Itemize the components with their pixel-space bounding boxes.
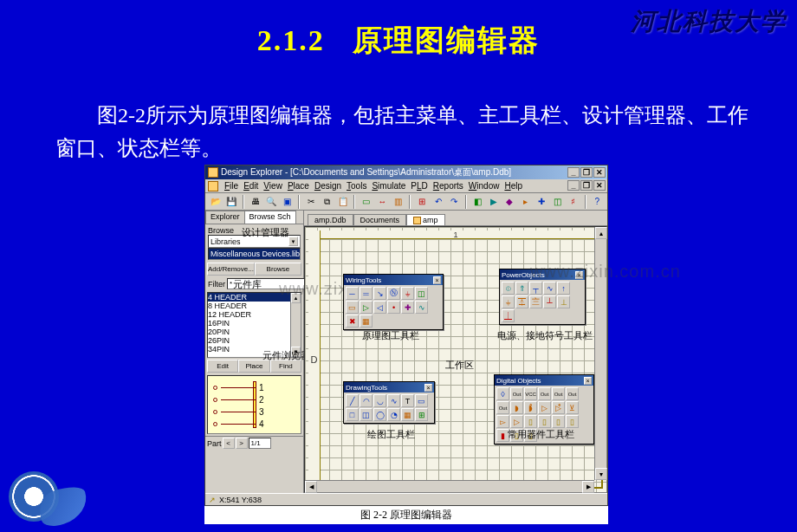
menu-simulate[interactable]: Simulate <box>372 181 405 191</box>
scroll-down-icon[interactable]: ▼ <box>595 468 607 480</box>
bus-entry-icon[interactable]: ↘ <box>373 287 386 300</box>
wiring-tools-palette[interactable]: WiringTools× ─ ═ ↘ Ⓝ ⏚ ◫ ▭ ▷ ◁ • <box>343 274 444 330</box>
menu-place[interactable]: Place <box>288 181 309 191</box>
menu-reports[interactable]: Reports <box>433 181 463 191</box>
array-icon[interactable]: ⊞ <box>415 408 428 421</box>
buffer-icon[interactable]: ▷ <box>510 415 523 428</box>
menu-help[interactable]: Help <box>504 181 522 191</box>
tool-copy-icon[interactable]: ⧉ <box>320 195 333 209</box>
list-item[interactable]: 8 HEADER <box>208 302 301 310</box>
tool-browse-icon[interactable]: ◧ <box>471 195 484 209</box>
canvas-scrollbar-h[interactable]: ◀ ▶ <box>305 480 594 492</box>
mdi-restore-button[interactable]: ❐ <box>580 180 593 191</box>
txt2[interactable]: VCC <box>524 387 537 400</box>
menu-edit[interactable]: Edit <box>243 181 258 191</box>
maximize-button[interactable]: ❐ <box>580 167 593 178</box>
stimulus-icon[interactable]: ∿ <box>415 301 428 314</box>
wire-icon[interactable]: ─ <box>346 287 359 300</box>
text-icon[interactable]: T <box>401 394 414 407</box>
tab-browse-sch[interactable]: Browse Sch <box>244 211 296 224</box>
tool-zoom-icon[interactable]: 🔍 <box>264 195 277 209</box>
vcc-circle-icon[interactable]: ⦶ <box>502 282 515 295</box>
list-item[interactable]: 12 HEADER <box>208 310 301 319</box>
scroll-left-icon[interactable]: ◀ <box>305 481 317 493</box>
tool-redo-icon[interactable]: ↷ <box>447 195 460 209</box>
add-remove-button[interactable]: Add/Remove... <box>207 263 255 276</box>
tool-print-icon[interactable]: 🖶 <box>249 195 262 209</box>
selected-library[interactable]: Miscellaneous Devices.lib <box>208 248 301 260</box>
sheet-entry-icon[interactable]: ▷ <box>360 301 373 314</box>
nand-gate-icon[interactable]: ◗̊ <box>524 401 537 414</box>
browse-button[interactable]: Browse <box>255 263 301 276</box>
bus-icon[interactable]: ═ <box>360 287 373 300</box>
pcb-layout-icon[interactable]: ▦ <box>360 315 373 328</box>
tool-library-icon[interactable]: ◫ <box>551 195 564 209</box>
tool-undo-icon[interactable]: ↶ <box>431 195 444 209</box>
tool-zoomfit-icon[interactable]: ▣ <box>281 195 294 209</box>
tool-select-icon[interactable]: ▭ <box>360 195 373 209</box>
list-item[interactable]: 16PIN <box>208 319 301 328</box>
ellipse-icon[interactable]: ◯ <box>373 408 386 421</box>
menu-window[interactable]: Window <box>469 181 500 191</box>
edit-button[interactable]: Edit <box>207 360 238 373</box>
palette-close-icon[interactable]: × <box>433 276 441 284</box>
tool-erc-icon[interactable]: ▸ <box>519 195 532 209</box>
not-gate-icon[interactable]: ▻ <box>496 415 509 428</box>
roundrect-icon[interactable]: ◫ <box>360 408 373 421</box>
palette-close-icon[interactable]: × <box>424 384 432 392</box>
tab-explorer[interactable]: Explorer <box>205 211 245 224</box>
tool-open-icon[interactable]: 📂 <box>209 195 222 209</box>
tab-amp[interactable]: amp <box>406 214 445 225</box>
minimize-button[interactable]: _ <box>567 167 580 178</box>
xor-gate-icon[interactable]: ⊻ <box>566 401 579 414</box>
drawing-tools-palette[interactable]: DrawingTools× ╱ ◠ ◡ ∿ T ▭ □ ◫ ◯ ◔ <box>343 381 435 424</box>
ic4-icon[interactable]: ▯ <box>566 415 579 428</box>
power-port-icon[interactable]: ⏚ <box>401 287 414 300</box>
rect-icon[interactable]: □ <box>346 408 359 421</box>
probe-icon[interactable]: ✚ <box>401 301 414 314</box>
ic1-icon[interactable]: ▯ <box>524 415 537 428</box>
gnd-bar-icon[interactable]: ┴ <box>543 295 556 308</box>
part-next-button[interactable]: > <box>236 438 248 449</box>
ic2-icon[interactable]: ▯ <box>538 415 551 428</box>
menubar[interactable]: File Edit View Place Design Tools Simula… <box>205 179 607 193</box>
bezier-icon[interactable]: ∿ <box>387 394 400 407</box>
tool-sim-icon[interactable]: ▶ <box>487 195 500 209</box>
or-gate-icon[interactable]: ▷ <box>538 401 551 414</box>
net-label-icon[interactable]: Ⓝ <box>387 287 400 300</box>
and-gate-icon[interactable]: ◗ <box>510 401 523 414</box>
list-scrollbar[interactable]: ▲ ▼ <box>290 293 301 357</box>
tool-save-icon[interactable]: 💾 <box>224 195 237 209</box>
arc-icon[interactable]: ◡ <box>373 394 386 407</box>
scroll-right-icon[interactable]: ▶ <box>582 481 594 493</box>
tab-documents[interactable]: Documents <box>353 214 407 225</box>
pie-icon[interactable]: ◔ <box>387 408 400 421</box>
tool-cut-icon[interactable]: ✂ <box>304 195 317 209</box>
tool-deselect-icon[interactable]: ▥ <box>392 195 405 209</box>
txt5[interactable]: Out <box>566 387 579 400</box>
menu-design[interactable]: Design <box>314 181 341 191</box>
arrow-icon[interactable]: ↑ <box>557 282 570 295</box>
junction-icon[interactable]: • <box>387 301 400 314</box>
gnd-signal-icon[interactable]: ⏄ <box>515 295 528 308</box>
tool-paste-icon[interactable]: 📋 <box>336 195 349 209</box>
close-button[interactable]: ✕ <box>593 167 606 178</box>
part-prev-button[interactable]: < <box>223 438 235 449</box>
menu-file[interactable]: File <box>224 181 238 191</box>
tool-grid-icon[interactable]: ⊞ <box>415 195 428 209</box>
gnd-power-icon[interactable]: ⏚ <box>502 295 515 308</box>
image-icon[interactable]: ▦ <box>401 408 414 421</box>
vcc-bar-icon[interactable]: ┬ <box>529 282 542 295</box>
textframe-icon[interactable]: ▭ <box>415 394 428 407</box>
component-list[interactable]: 4 HEADER 8 HEADER 12 HEADER 16PIN 20PIN … <box>207 292 301 358</box>
tool-move-icon[interactable]: ↔ <box>376 195 389 209</box>
txt3[interactable]: Out <box>538 387 551 400</box>
gnd-earth-icon[interactable]: 〨 <box>529 295 542 308</box>
menu-view[interactable]: View <box>263 181 282 191</box>
gnd-else-icon[interactable]: ⊥ <box>557 295 570 308</box>
vcc-arrow-icon[interactable]: ⇑ <box>515 282 528 295</box>
txt6[interactable]: Out <box>496 401 509 414</box>
ic3-icon[interactable]: ▯ <box>552 415 565 428</box>
part-icon[interactable]: ◫ <box>415 287 428 300</box>
sheet-symbol-icon[interactable]: ▭ <box>346 301 359 314</box>
